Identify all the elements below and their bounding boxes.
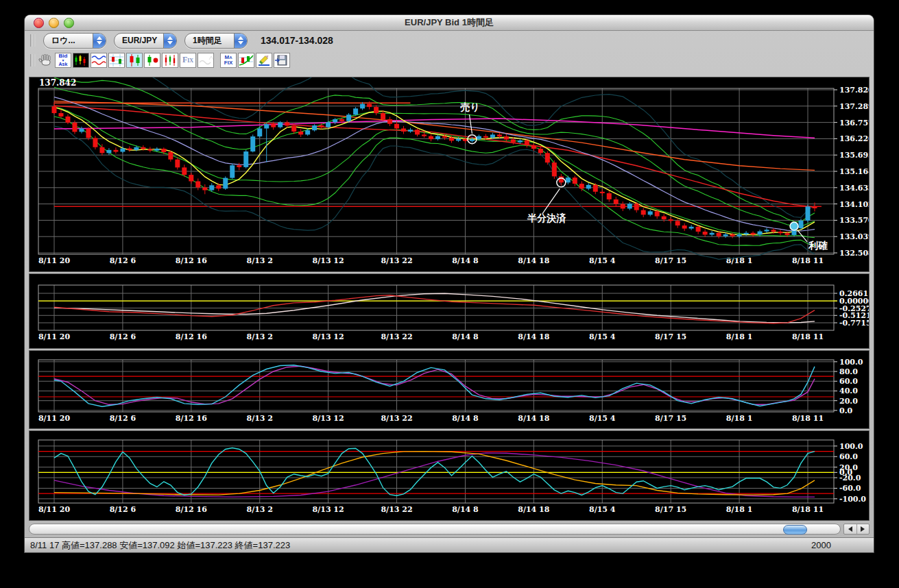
svg-text:8/13 22: 8/13 22	[381, 332, 412, 341]
svg-text:8/18 11: 8/18 11	[792, 414, 824, 423]
svg-text:8/17 15: 8/17 15	[655, 332, 686, 341]
svg-text:利確: 利確	[808, 240, 828, 251]
ohlc-status-text: 8/11 17 高値=137.288 安値=137.092 始値=137.223…	[30, 540, 290, 550]
svg-text:134.633: 134.633	[839, 184, 869, 193]
svg-text:137.820: 137.820	[839, 86, 869, 95]
chart-stack: 137.820137.289136.757136.226135.695135.1…	[29, 77, 870, 519]
bid-ask-icon[interactable]: Bid▼Ask	[55, 53, 71, 68]
bid-ask-quote: 134.017-134.028	[261, 35, 333, 46]
svg-text:8/15 4: 8/15 4	[589, 332, 616, 341]
svg-text:8/13 12: 8/13 12	[313, 505, 344, 514]
svg-text:133.039: 133.039	[839, 232, 869, 241]
svg-text:136.757: 136.757	[839, 119, 869, 127]
svg-text:-0.77157: -0.77157	[839, 319, 869, 328]
horizontal-scrollbar	[29, 524, 870, 535]
toolbar-grip-icon[interactable]	[30, 34, 34, 47]
rci-indicator-panel[interactable]: 100.060.020.00.0-20.0-60.0-100.08/11 208…	[29, 430, 870, 521]
svg-text:売り: 売り	[459, 101, 479, 112]
main-price-chart[interactable]: 137.820137.289136.757136.226135.695135.1…	[29, 77, 870, 272]
hand-icon[interactable]	[37, 53, 53, 68]
svg-text:8/14 18: 8/14 18	[518, 414, 549, 423]
scrollbar-thumb[interactable]	[783, 525, 807, 535]
candle-grid-icon[interactable]	[108, 53, 125, 68]
scroll-right-button[interactable]	[856, 524, 870, 534]
svg-text:-20.0: -20.0	[839, 474, 861, 482]
close-button[interactable]	[34, 18, 44, 28]
chart-style-select[interactable]: ロウ...	[43, 33, 106, 49]
svg-text:8/15 4: 8/15 4	[589, 505, 616, 514]
svg-text:133.570: 133.570	[839, 216, 869, 225]
svg-text:8/15 4: 8/15 4	[589, 256, 616, 265]
svg-text:8/18 1: 8/18 1	[726, 505, 752, 514]
svg-text:8/14 8: 8/14 8	[452, 332, 479, 341]
svg-text:8/13 12: 8/13 12	[313, 256, 344, 265]
svg-text:134.102: 134.102	[839, 200, 869, 209]
svg-text:135.164: 135.164	[839, 167, 869, 176]
svg-text:60.0: 60.0	[839, 452, 858, 461]
svg-text:40.0: 40.0	[839, 387, 858, 395]
window-title: EUR/JPY Bid 1時間足	[405, 17, 494, 27]
svg-text:137.289: 137.289	[839, 102, 869, 111]
svg-text:0.0: 0.0	[839, 406, 852, 415]
candle-pair-icon[interactable]	[144, 53, 160, 68]
svg-text:8/14 18: 8/14 18	[518, 505, 549, 514]
scrollbar-track[interactable]	[29, 524, 841, 535]
chart-style-value: ロウ...	[44, 34, 93, 48]
scroll-left-button[interactable]	[844, 524, 856, 534]
candle-thin-icon[interactable]	[162, 53, 178, 68]
svg-text:8/17 15: 8/17 15	[655, 414, 686, 423]
toolbar-grip-icon[interactable]	[30, 54, 34, 66]
svg-text:8/14 8: 8/14 8	[452, 256, 479, 265]
line-chart-icon[interactable]	[91, 53, 107, 68]
svg-text:135.695: 135.695	[839, 151, 869, 160]
svg-text:8/11 20: 8/11 20	[38, 505, 70, 514]
svg-text:8/12 16: 8/12 16	[176, 505, 207, 514]
svg-text:8/13 22: 8/13 22	[381, 414, 412, 423]
svg-text:8/12 6: 8/12 6	[110, 256, 136, 265]
timeframe-value: 1時間足	[185, 34, 234, 48]
svg-text:-60.0: -60.0	[839, 484, 861, 493]
svg-text:8/17 15: 8/17 15	[655, 505, 686, 514]
svg-text:8/14 18: 8/14 18	[518, 332, 549, 341]
svg-text:132.508: 132.508	[839, 249, 869, 258]
svg-text:100.0: 100.0	[839, 358, 863, 367]
svg-text:8/13 2: 8/13 2	[246, 256, 272, 265]
svg-text:8/13 22: 8/13 22	[381, 256, 412, 265]
svg-text:8/13 22: 8/13 22	[381, 505, 412, 514]
right-arrow-icon	[861, 526, 865, 532]
ma-fix-icon[interactable]: MAFIX	[220, 53, 237, 68]
timeframe-select[interactable]: 1時間足	[184, 33, 248, 49]
toolbar: Bid▼AskFIXMAFIX	[25, 50, 874, 71]
svg-text:8/12 6: 8/12 6	[110, 505, 136, 514]
app-window: EUR/JPY Bid 1時間足 ロウ... EUR/JPY 1時間足 134.…	[25, 15, 874, 552]
wave-disabled-icon[interactable]	[197, 53, 214, 68]
svg-text:半分決済: 半分決済	[527, 212, 566, 223]
svg-text:8/13 2: 8/13 2	[246, 414, 272, 423]
stochastic-indicator-panel[interactable]: 100.080.060.040.020.00.08/11 208/12 68/1…	[29, 350, 870, 429]
svg-text:8/14 18: 8/14 18	[518, 256, 549, 265]
macd-indicator-panel[interactable]: 0.266110.00000-0.25273-0.51215-0.771578/…	[29, 273, 870, 349]
symbol-select[interactable]: EUR/JPY	[114, 33, 177, 49]
save-icon[interactable]	[274, 53, 290, 68]
candle-line-icon[interactable]	[238, 53, 254, 68]
svg-text:8/13 12: 8/13 12	[313, 414, 344, 423]
minimize-button[interactable]	[49, 18, 59, 28]
svg-text:8/11 20: 8/11 20	[38, 256, 70, 265]
stepper-icon	[234, 34, 247, 48]
scrollbar-arrows	[843, 524, 870, 535]
title-bar[interactable]: EUR/JPY Bid 1時間足	[25, 15, 874, 31]
pencil-icon[interactable]	[256, 53, 272, 68]
window-controls	[34, 18, 74, 28]
svg-text:-100.0: -100.0	[839, 495, 866, 504]
stepper-icon	[163, 34, 176, 48]
svg-text:8/11 20: 8/11 20	[38, 332, 70, 341]
candle-highlight-icon[interactable]	[126, 53, 143, 68]
fix-icon[interactable]: FIX	[180, 53, 196, 68]
svg-text:136.226: 136.226	[839, 134, 869, 143]
svg-text:8/11 20: 8/11 20	[38, 414, 70, 423]
zoom-button[interactable]	[64, 18, 74, 28]
svg-text:20.0: 20.0	[839, 397, 858, 406]
status-bar: 8/11 17 高値=137.288 安値=137.092 始値=137.223…	[25, 537, 874, 552]
svg-text:8/18 1: 8/18 1	[726, 414, 752, 423]
chart-dark-icon[interactable]	[73, 53, 89, 68]
